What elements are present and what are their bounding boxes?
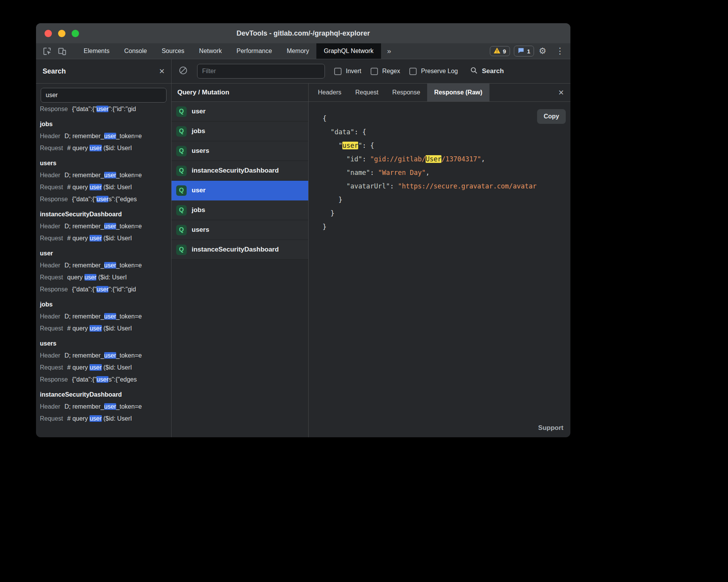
search-result-field-label: Header	[40, 223, 60, 229]
json-segment: "id"	[346, 155, 362, 163]
warning-count: 9	[503, 48, 506, 55]
search-result-field-label: Request	[40, 274, 63, 281]
issues-warning-badge[interactable]: 9	[490, 46, 510, 56]
search-result-line[interactable]: Response{"data":{"user":{"id":"gid	[40, 283, 171, 295]
search-result-group-name[interactable]: users	[40, 157, 171, 169]
filter-input[interactable]	[197, 64, 325, 79]
search-result-text: D; remember_	[64, 403, 104, 410]
search-icon	[470, 67, 478, 76]
search-result-field-label: Request	[40, 145, 63, 151]
query-panel: Query / Mutation QuserQjobsQusersQinstan…	[172, 84, 309, 437]
devtools-tab-console[interactable]: Console	[117, 43, 155, 59]
json-segment: "avatarUrl"	[346, 182, 390, 190]
preserve-log-checkbox[interactable]	[409, 68, 417, 75]
search-result-group-name[interactable]: instanceSecurityDashboard	[40, 389, 171, 401]
search-result-text: _token=e	[116, 352, 142, 359]
search-match-highlight: user	[89, 415, 101, 422]
query-type-badge: Q	[176, 106, 187, 117]
search-match-highlight: user	[89, 184, 101, 190]
search-match-highlight: user	[104, 172, 116, 178]
regex-checkbox[interactable]	[371, 68, 378, 75]
search-match-highlight: user	[96, 286, 108, 293]
detail-tab-response-raw[interactable]: Response (Raw)	[427, 84, 489, 101]
json-segment: :	[390, 182, 398, 190]
search-result-group-name[interactable]: jobs	[40, 298, 171, 310]
messages-badge[interactable]: 1	[514, 46, 534, 56]
devtools-tab-performance[interactable]: Performance	[229, 43, 280, 59]
search-result-line[interactable]: HeaderD; remember_user_token=e	[40, 220, 171, 232]
json-segment	[323, 182, 346, 190]
search-result-line[interactable]: HeaderD; remember_user_token=e	[40, 259, 171, 271]
search-result-line[interactable]: Response{"data":{"user":{"id":"gid	[40, 104, 171, 115]
support-link[interactable]: Support	[538, 424, 563, 432]
search-result-line[interactable]: Response{"data":{"users":{"edges	[40, 193, 171, 205]
search-close-icon[interactable]: ×	[159, 67, 165, 76]
kebab-menu-icon[interactable]: ⋮	[551, 43, 570, 59]
detail-tab-request[interactable]: Request	[348, 84, 385, 101]
search-result-line[interactable]: Request# query user ($id: UserI	[40, 142, 171, 154]
search-result-line[interactable]: HeaderD; remember_user_token=e	[40, 130, 171, 142]
query-list-item[interactable]: Qusers	[172, 141, 308, 161]
preserve-log-checkbox-group[interactable]: Preserve Log	[409, 68, 458, 75]
minimize-window-button[interactable]	[58, 30, 65, 37]
search-result-line[interactable]: Response{"data":{"users":{"edges	[40, 373, 171, 385]
device-toolbar-icon[interactable]	[57, 46, 67, 56]
search-result-line[interactable]: Request# query user ($id: UserI	[40, 361, 171, 373]
devtools-tab-elements[interactable]: Elements	[76, 43, 117, 59]
search-input-row	[36, 84, 171, 104]
invert-checkbox-group[interactable]: Invert	[334, 68, 361, 75]
search-result-group-name[interactable]: jobs	[40, 118, 171, 130]
detail-tab-response[interactable]: Response	[385, 84, 427, 101]
query-list-item[interactable]: Qjobs	[172, 200, 308, 220]
query-type-badge: Q	[176, 225, 187, 235]
regex-checkbox-group[interactable]: Regex	[371, 68, 400, 75]
devtools-tab-graphql-network[interactable]: GraphQL Network	[316, 43, 381, 59]
search-result-group-name[interactable]: user	[40, 247, 171, 259]
search-result-line[interactable]: HeaderD; remember_user_token=e	[40, 310, 171, 322]
search-result-line[interactable]: Request# query user ($id: UserI	[40, 181, 171, 193]
copy-button[interactable]: Copy	[537, 109, 566, 124]
query-list-item[interactable]: QinstanceSecurityDashboard	[172, 161, 308, 181]
query-list-item[interactable]: Qjobs	[172, 122, 308, 141]
devtools-tab-sources[interactable]: Sources	[154, 43, 192, 59]
query-list-item[interactable]: Quser	[172, 102, 308, 122]
network-region: Invert Regex Preserve Log	[172, 59, 570, 437]
devtools-tab-network[interactable]: Network	[192, 43, 229, 59]
search-result-group-name[interactable]: users	[40, 337, 171, 349]
query-list: QuserQjobsQusersQinstanceSecurityDashboa…	[172, 102, 308, 437]
search-input[interactable]	[41, 88, 167, 103]
query-name: instanceSecurityDashboard	[192, 246, 279, 253]
devtools-tab-strip: ElementsConsoleSourcesNetworkPerformance…	[76, 43, 381, 59]
more-tabs-chevron[interactable]: »	[381, 43, 398, 59]
detail-tab-headers[interactable]: Headers	[311, 84, 348, 101]
query-list-item[interactable]: QinstanceSecurityDashboard	[172, 240, 308, 260]
zoom-window-button[interactable]	[72, 30, 79, 37]
query-name: user	[192, 108, 206, 115]
search-result-line[interactable]: Request# query user ($id: UserI	[40, 232, 171, 244]
devtools-tab-memory[interactable]: Memory	[279, 43, 316, 59]
search-result-group-name[interactable]: instanceSecurityDashboard	[40, 208, 171, 220]
search-result-text: D; remember_	[64, 262, 104, 269]
query-list-item[interactable]: Qusers	[172, 220, 308, 240]
detail-tabs-row: HeadersRequestResponseResponse (Raw) ×	[309, 84, 570, 102]
toolbar-search-button[interactable]: Search	[470, 67, 504, 76]
query-list-item[interactable]: Quser	[172, 181, 308, 200]
search-result-field-label: Request	[40, 415, 63, 422]
invert-checkbox[interactable]	[334, 68, 342, 75]
json-segment: "name"	[346, 169, 370, 176]
search-result-line[interactable]: Request# query user ($id: UserI	[40, 322, 171, 334]
search-result-field-label: Header	[40, 352, 60, 359]
close-window-button[interactable]	[45, 30, 52, 37]
inspect-element-icon[interactable]	[42, 46, 52, 56]
search-result-line[interactable]: HeaderD; remember_user_token=e	[40, 169, 171, 181]
detail-close-button[interactable]: ×	[552, 84, 570, 101]
search-result-line[interactable]: Requestquery user ($id: UserI	[40, 271, 171, 283]
settings-gear-icon[interactable]: ⚙	[534, 43, 551, 59]
devtools-main: Search × Response{"data":{"user":{"id":"…	[36, 59, 570, 437]
search-result-text: # query	[67, 235, 90, 241]
search-result-line[interactable]: Request# query user ($id: UserI	[40, 413, 171, 425]
search-result-line[interactable]: HeaderD; remember_user_token=e	[40, 401, 171, 413]
clear-log-icon[interactable]	[179, 66, 188, 77]
search-result-line[interactable]: HeaderD; remember_user_token=e	[40, 349, 171, 361]
search-result-text: query	[67, 274, 84, 281]
